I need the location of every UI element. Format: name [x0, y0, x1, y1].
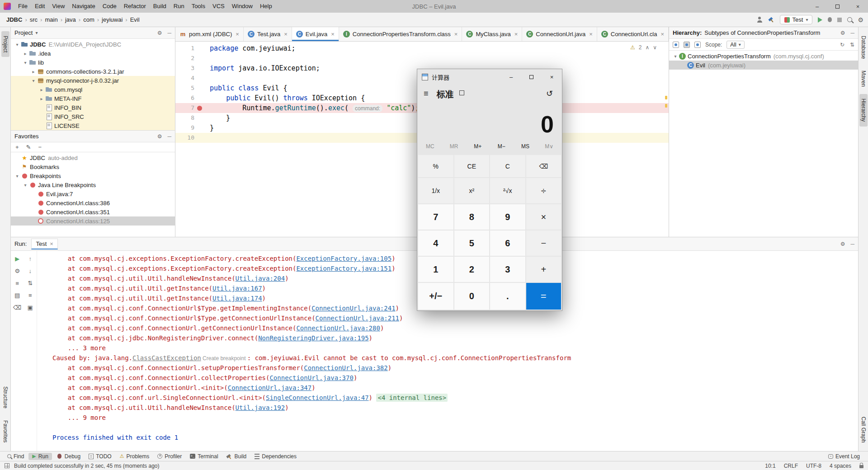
menu-tools[interactable]: Tools	[188, 0, 209, 13]
maximize-button[interactable]	[827, 0, 848, 13]
calc-key-1[interactable]: 1	[418, 257, 453, 282]
menu-help[interactable]: Help	[256, 0, 276, 13]
sort-hierarchy-icon[interactable]: ⇅	[850, 42, 854, 48]
chevron-expanded-icon[interactable]: ▾	[672, 54, 679, 59]
run-config-selector[interactable]: Test ▾	[780, 15, 813, 24]
tool-button-maven[interactable]: Maven	[859, 66, 868, 91]
prev-issue-icon[interactable]: ∧	[645, 44, 649, 51]
project-tree-item-idea[interactable]: ▸.idea	[11, 49, 175, 58]
run-button[interactable]	[818, 17, 822, 23]
tool-button-debug[interactable]: Debug	[53, 453, 84, 460]
hide-favorites-panel-icon[interactable]: ─	[167, 133, 171, 140]
editor-tab-connectionurl-java[interactable]: CConnectionUrl.java×	[522, 27, 597, 41]
calc-close-button[interactable]: ×	[542, 69, 562, 85]
tab-close-icon[interactable]: ×	[284, 31, 288, 38]
chevron-expanded-icon[interactable]: ▾	[14, 174, 21, 179]
edit-favorite-icon[interactable]: ✎	[26, 144, 31, 150]
stack-trace-link[interactable]: NonRegisteringDriver.java:195	[258, 334, 368, 342]
stack-trace-link[interactable]: ConnectionUrl.java:347	[228, 384, 311, 391]
line-separator[interactable]: CRLF	[784, 463, 798, 469]
run-configuration-icon[interactable]: ⚙	[14, 268, 20, 274]
tool-button-favorites[interactable]: Favorites	[1, 416, 9, 447]
tool-button-structure[interactable]: Structure	[1, 382, 9, 413]
favorites-tree-item-java-line-breakpoints[interactable]: ▾Java Line Breakpoints	[11, 180, 175, 189]
tool-button-event-log[interactable]: Event Log	[825, 453, 863, 460]
tab-close-icon[interactable]: ×	[50, 240, 53, 247]
favorites-tree-item-breakpoints[interactable]: ▾Breakpoints	[11, 171, 175, 180]
memory-button-mr[interactable]: MR	[442, 140, 466, 153]
scroll-down-icon[interactable]: ↓	[29, 268, 32, 274]
calc-key-k3[interactable]: ⌫	[526, 155, 561, 177]
rerun-icon[interactable]: ▶	[15, 255, 19, 262]
file-encoding[interactable]: UTF-8	[806, 463, 821, 469]
dump-threads-icon[interactable]: ▤	[14, 292, 20, 299]
editor-tab-pom-xml-jdbc[interactable]: mpom.xml (JDBC)×	[175, 27, 244, 41]
build-hammer-icon[interactable]	[768, 17, 774, 23]
tool-button-hierarchy[interactable]: Hierarchy	[859, 94, 868, 126]
calc-key-k22[interactable]: .	[490, 283, 525, 310]
memory-button-m[interactable]: M∨	[537, 140, 561, 153]
next-issue-icon[interactable]: ∨	[653, 44, 657, 51]
clear-console-icon[interactable]: ⌫	[13, 304, 21, 311]
calc-key-k0[interactable]: %	[418, 155, 453, 177]
memory-button-m[interactable]: M+	[466, 140, 490, 153]
stack-trace-link[interactable]: ConnectionUrl.java:382	[304, 364, 387, 371]
tool-button-problems[interactable]: ⚠Problems	[116, 453, 153, 460]
menu-edit[interactable]: Edit	[31, 0, 48, 13]
tab-close-icon[interactable]: ×	[514, 31, 518, 38]
calc-key-1-x[interactable]: 1/x	[418, 178, 453, 203]
caret-position[interactable]: 10:1	[765, 463, 775, 469]
project-tree-item-com-mysql[interactable]: ▸com.mysql	[11, 85, 175, 94]
stack-trace-link[interactable]: SingleConnectionUrl.java:47	[266, 394, 369, 401]
calc-key-c[interactable]: C	[490, 155, 525, 177]
run-tab-test[interactable]: Test ×	[31, 239, 57, 249]
calc-key-k23[interactable]: =	[526, 283, 561, 310]
scroll-up-icon[interactable]: ↑	[29, 255, 32, 262]
sort-icon[interactable]: ⇅	[28, 280, 33, 287]
breadcrumb-item-src[interactable]: src	[28, 15, 39, 24]
menu-build[interactable]: Build	[150, 0, 170, 13]
calc-key-2[interactable]: 2	[454, 257, 490, 282]
hide-run-panel-icon[interactable]: ─	[850, 241, 854, 247]
stop-button[interactable]	[837, 18, 842, 22]
tool-button-terminal[interactable]: Terminal	[186, 453, 222, 460]
project-tree-item-meta-inf[interactable]: ▸META-INF	[11, 94, 175, 103]
search-everywhere-icon[interactable]	[847, 17, 852, 22]
favorites-tree-item-connectionurl-class-351[interactable]: ConnectionUrl.class:351	[11, 207, 175, 216]
favorites-tree-item-connectionurl-class-125[interactable]: ConnectionUrl.class:125	[11, 216, 175, 226]
calc-maximize-button[interactable]	[521, 69, 542, 85]
project-settings-icon[interactable]: ⚙	[157, 30, 162, 36]
stack-trace-link[interactable]: Util.java:192	[236, 404, 285, 411]
menu-navigate[interactable]: Navigate	[68, 0, 99, 13]
calc-key-5[interactable]: 5	[454, 230, 490, 256]
project-tree-item-commons-collections-3-2-1-jar[interactable]: ▸commons-collections-3.2.1.jar	[11, 67, 175, 76]
stack-trace-link[interactable]: ConnectionUrl.java:370	[269, 374, 353, 381]
calc-key-6[interactable]: 6	[490, 230, 525, 256]
project-tree-item-info-bin[interactable]: INFO_BIN	[11, 103, 175, 112]
tool-button-call-graph[interactable]: Call Graph	[859, 412, 868, 447]
history-icon[interactable]: ↺	[546, 89, 558, 99]
tool-button-build[interactable]: Build	[223, 453, 250, 460]
hierarchy-tree-item-connectionpropertiestransform[interactable]: ▾IConnectionPropertiesTransform(com.mysq…	[669, 52, 858, 61]
subtypes-hierarchy-icon[interactable]	[684, 42, 690, 48]
folded-lines-badge[interactable]: <4 internal lines>	[376, 394, 448, 402]
tab-close-icon[interactable]: ×	[331, 31, 335, 38]
calc-key-9[interactable]: 9	[490, 204, 525, 230]
calc-minimize-button[interactable]: –	[501, 69, 521, 85]
calc-key-4[interactable]: 4	[418, 230, 453, 256]
exception-class-link[interactable]: ClassCastException	[132, 354, 201, 362]
pin-tab-icon[interactable]: ▣	[28, 304, 33, 311]
calc-key-k11[interactable]: ×	[526, 204, 561, 230]
calc-key-k19[interactable]: +	[526, 257, 561, 282]
stack-trace-link[interactable]: ConnectionUrl.java:241	[311, 305, 395, 312]
stack-trace-link[interactable]: ConnectionUrl.java:280	[296, 324, 380, 332]
chevron-collapsed-icon[interactable]: ▸	[30, 69, 37, 74]
calc-key-k20[interactable]: +/−	[418, 283, 453, 310]
project-tree-item-info-src[interactable]: INFO_SRC	[11, 112, 175, 121]
tool-button-dependencies[interactable]: Dependencies	[251, 453, 300, 460]
tool-button-todo[interactable]: TODO	[85, 453, 115, 460]
tab-close-icon[interactable]: ×	[236, 31, 239, 38]
minimize-button[interactable]: –	[807, 0, 827, 13]
editor-tab-myclass-java[interactable]: CMyClass.java×	[462, 27, 522, 41]
calc-key-x[interactable]: x²	[454, 178, 490, 203]
